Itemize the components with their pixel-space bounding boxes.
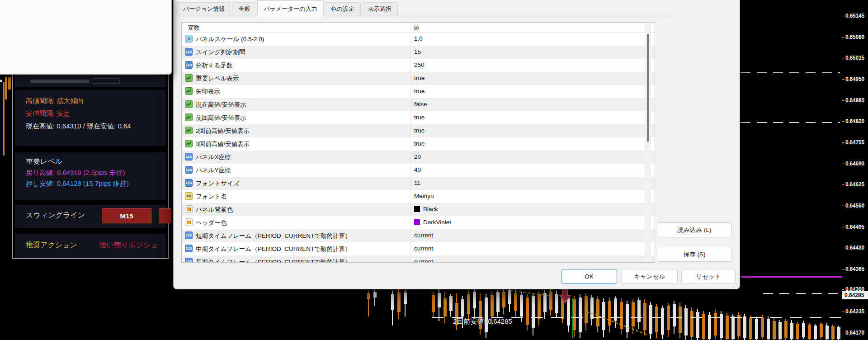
candle-body	[555, 294, 558, 313]
panel-header-band	[15, 75, 166, 87]
current-high-low-text: 現在高値: 0.64310 / 現在安値: 0.64	[15, 123, 166, 129]
cancel-button[interactable]: キャンセル	[622, 269, 678, 284]
table-row[interactable]: 3回前高値/安値表示 true	[182, 137, 655, 151]
param-value-text: true	[414, 88, 425, 94]
ok-button[interactable]: OK	[561, 269, 617, 284]
axis-tick-label: 0.64755	[845, 139, 864, 146]
axis-tick-label: 0.64690	[845, 161, 864, 167]
param-value[interactable]: 1.0	[414, 35, 423, 42]
axis-tick-label: 0.64885	[845, 97, 864, 104]
scrollbar-thumb[interactable]	[647, 34, 649, 142]
param-value[interactable]: Meiriyo	[414, 193, 434, 199]
table-row[interactable]: ヘッダー色 DarkViolet	[182, 216, 655, 229]
column-divider	[410, 23, 410, 262]
param-value[interactable]: 40	[414, 166, 421, 173]
candle-body	[596, 299, 599, 326]
table-row[interactable]: 123 短期タイムフレーム（PERIOD_CURRENTで動的計算） curre…	[182, 229, 655, 242]
table-row[interactable]: パネル背景色 Black	[182, 203, 655, 216]
table-row[interactable]: ab フォント名 Meiriyo	[182, 190, 655, 203]
param-value[interactable]: 15	[414, 48, 421, 55]
tab-3[interactable]: 色の設定	[325, 2, 361, 16]
table-row[interactable]: 123 中期タイムフレーム（PERIOD_CURRENTで動的計算） curre…	[182, 242, 655, 255]
param-value[interactable]: false	[414, 101, 427, 108]
axis-tick	[842, 100, 844, 101]
param-label: パネルスケール (0.5-2.0)	[196, 35, 264, 43]
candle-body	[755, 319, 758, 339]
table-row[interactable]: 123 パネルX座標 20	[182, 151, 655, 164]
candle-fragment	[8, 77, 11, 90]
axis-tick-label: 0.64560	[845, 203, 864, 209]
axis-tick	[842, 312, 844, 312]
param-type-icon	[185, 74, 193, 82]
tab-0[interactable]: バージョン情報	[177, 2, 231, 16]
param-type-icon: ab	[185, 192, 193, 200]
param-value-text: 1.0	[414, 35, 423, 42]
save-button[interactable]: 保存 (S)	[657, 247, 732, 262]
table-row[interactable]: 123 分析する足数 250	[182, 59, 655, 72]
price-axis[interactable]: 0.651450.650800.650150.649500.648850.648…	[842, 0, 868, 340]
level-line-dashed	[741, 72, 840, 73]
table-row[interactable]: 123 長期タイムフレーム（PERIOD_CURRENTで動的計算） curre…	[182, 255, 655, 263]
table-row[interactable]: 123 パネルY座標 40	[182, 164, 655, 177]
table-row[interactable]: ½ パネルスケール (0.5-2.0) 1.0	[182, 33, 655, 46]
param-type-icon	[185, 113, 193, 121]
table-row[interactable]: 矢印表示 true	[182, 85, 655, 98]
candle-body	[684, 308, 688, 335]
table-row[interactable]: 前回高値/安値表示 true	[182, 111, 655, 124]
axis-tick	[842, 269, 844, 269]
color-swatch	[414, 206, 420, 212]
trend-section: 高値間隔: 拡大傾向 安値間隔: 安定 現在高値: 0.64310 / 現在安値…	[15, 90, 166, 146]
candle-body	[443, 298, 447, 316]
param-value[interactable]: current	[414, 245, 433, 252]
axis-tick-label: 0.65015	[845, 55, 864, 61]
table-row[interactable]: 123 フォントサイズ 11	[182, 177, 655, 190]
param-value[interactable]: 11	[414, 179, 420, 186]
candle-body	[737, 315, 741, 336]
param-type-icon: 123	[185, 231, 193, 239]
param-value-text: 15	[414, 48, 421, 55]
param-label: フォント名	[196, 193, 227, 201]
axis-tick-label: 0.64235	[845, 308, 864, 315]
candle-body	[514, 293, 517, 311]
param-value[interactable]: Black	[414, 206, 438, 212]
load-button[interactable]: 読み込み (L)	[657, 222, 732, 237]
table-row[interactable]: 現在高値/安値表示 false	[182, 98, 655, 111]
resize-grip[interactable]: ⋰	[732, 283, 738, 288]
axis-tick	[842, 227, 844, 227]
recommended-action-section: 推奨アクション 強い売りポジショ	[15, 234, 166, 258]
axis-tick	[842, 248, 844, 248]
param-value-text: true	[414, 114, 425, 121]
candle-body	[520, 295, 523, 316]
param-value[interactable]: true	[414, 127, 425, 134]
table-row[interactable]: 2回前高値/安値表示 true	[182, 124, 655, 137]
tab-1[interactable]: 全般	[232, 2, 256, 16]
param-value[interactable]: true	[414, 75, 425, 81]
axis-tick	[842, 333, 844, 333]
reset-button[interactable]: リセット	[681, 269, 736, 284]
table-row[interactable]: 123 スイング判定期間 15	[182, 46, 655, 59]
param-type-icon	[185, 127, 193, 134]
tab-2[interactable]: パラメーターの入力	[257, 0, 324, 16]
table-scrollbar[interactable]	[645, 23, 651, 262]
param-value[interactable]: true	[414, 114, 425, 121]
candle-body	[397, 293, 401, 312]
param-type-icon: 123	[185, 245, 193, 252]
param-type-icon: 123	[185, 258, 193, 263]
axis-tick-label: 0.64625	[845, 181, 864, 188]
tab-4[interactable]: 表示選択	[362, 2, 398, 16]
parameters-table[interactable]: 変数 値 ½ パネルスケール (0.5-2.0) 1.0 123 スイング判定期…	[181, 22, 655, 263]
param-value[interactable]: 250	[414, 61, 425, 68]
timeframe-button-m15[interactable]: M15	[102, 208, 151, 223]
candle-body	[473, 292, 476, 308]
param-value[interactable]: true	[414, 88, 425, 94]
timeframe-button-partial[interactable]	[159, 208, 171, 223]
param-value[interactable]: current	[414, 232, 433, 239]
param-value[interactable]: DarkViolet	[414, 219, 451, 226]
param-value[interactable]: 20	[414, 153, 421, 160]
param-value[interactable]: true	[414, 140, 425, 147]
table-row[interactable]: 重要レベル表示 true	[182, 72, 655, 85]
param-value[interactable]: current	[414, 258, 433, 263]
axis-tick-label: 0.64950	[845, 76, 864, 82]
axis-tick	[842, 37, 844, 38]
indicator-info-panel: 高値間隔: 拡大傾向 安値間隔: 安定 現在高値: 0.64310 / 現在安値…	[12, 75, 169, 259]
